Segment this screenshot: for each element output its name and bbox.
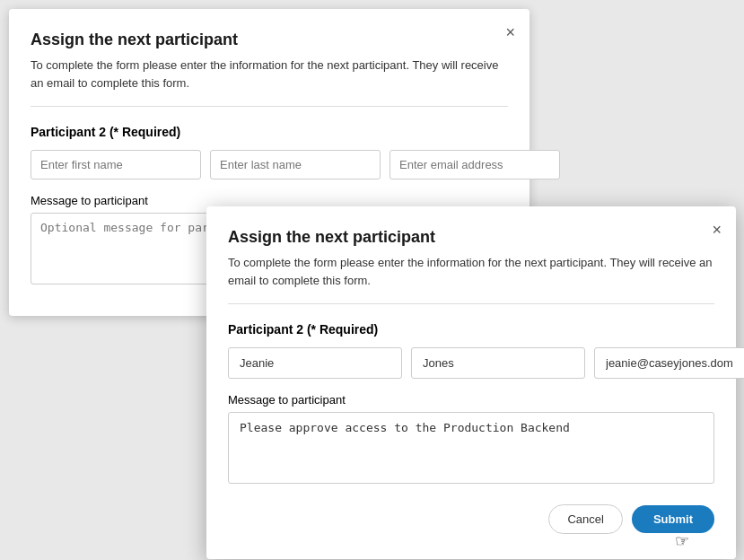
- bg-close-button[interactable]: ×: [505, 23, 515, 42]
- fg-dialog-description: To complete the form please enter the in…: [228, 254, 714, 289]
- fg-close-button[interactable]: ×: [712, 221, 722, 240]
- fg-first-name-input[interactable]: [228, 347, 402, 379]
- bg-dialog-description: To complete the form please enter the in…: [31, 57, 508, 92]
- fg-section-title: Participant 2 (* Required): [228, 322, 714, 337]
- fg-message-label: Message to participant: [228, 393, 714, 407]
- bg-last-name-input[interactable]: [210, 150, 381, 179]
- bg-fields-row: [31, 150, 508, 179]
- fg-divider: [228, 303, 714, 304]
- fg-dialog-title: Assign the next participant: [228, 228, 714, 247]
- fg-actions-row: Cancel Submit ☞: [228, 504, 714, 534]
- fg-email-input[interactable]: [594, 347, 744, 379]
- fg-last-name-input[interactable]: [411, 347, 585, 379]
- bg-email-input[interactable]: [390, 150, 560, 179]
- foreground-dialog: Assign the next participant × To complet…: [206, 206, 736, 559]
- cursor-icon: ☞: [675, 531, 689, 551]
- cancel-button[interactable]: Cancel: [548, 504, 622, 534]
- fg-message-textarea[interactable]: [228, 412, 714, 484]
- bg-section-title: Participant 2 (* Required): [31, 125, 508, 139]
- submit-button[interactable]: Submit: [632, 505, 714, 533]
- bg-message-label: Message to participant: [31, 194, 508, 207]
- bg-first-name-input[interactable]: [31, 150, 201, 179]
- fg-fields-row: [228, 347, 714, 379]
- bg-divider: [31, 106, 508, 107]
- bg-dialog-title: Assign the next participant: [31, 31, 508, 49]
